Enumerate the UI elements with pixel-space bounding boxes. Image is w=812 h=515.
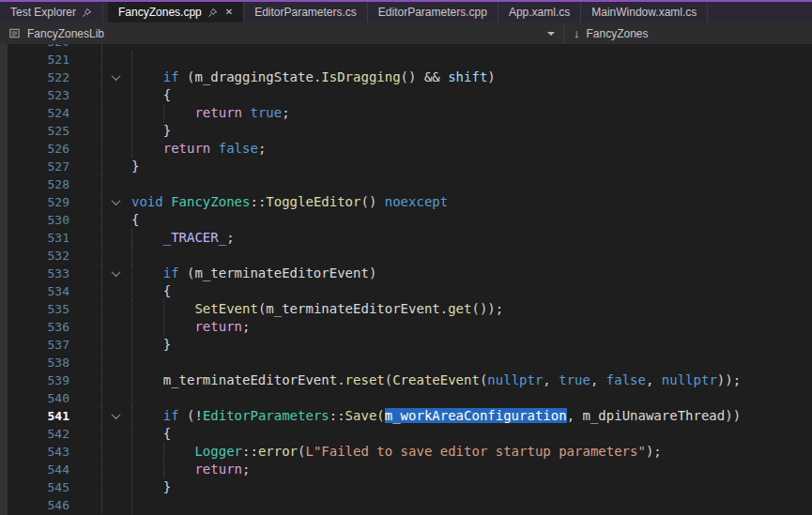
code-line[interactable]: 528 (0, 175, 812, 193)
tab-label: EditorParameters.cs (254, 6, 357, 19)
tab-label: MainWindow.xaml.cs (591, 6, 697, 19)
code-token: ( (385, 372, 392, 387)
code-token: ; (258, 141, 266, 156)
code-line[interactable]: 521 (0, 51, 812, 68)
indent-guide (131, 104, 132, 122)
code-content: if (m_draggingState.IsDragging() && shif… (131, 69, 496, 84)
code-line[interactable]: 532 (0, 247, 812, 265)
gutter-gap (69, 407, 101, 425)
fold-margin (101, 86, 129, 104)
code-line[interactable]: 537 } (0, 336, 812, 354)
code-token: get (448, 301, 471, 316)
line-number: 530 (8, 211, 69, 229)
code-token: false (219, 141, 258, 156)
code-line[interactable]: 538 (0, 354, 812, 371)
code-text (129, 44, 812, 51)
code-line[interactable]: 534 { (0, 282, 812, 300)
code-token: return (194, 319, 242, 334)
code-line[interactable]: 524 return true; (0, 104, 812, 122)
line-number: 538 (8, 354, 69, 371)
tab-fancyzones-cpp[interactable]: FancyZones.cpp✕ (108, 2, 244, 23)
indent-guide (131, 282, 132, 300)
collapse-chevron-icon[interactable] (111, 196, 120, 205)
code-token: error (258, 444, 298, 459)
code-line[interactable]: 542 { (0, 425, 812, 443)
code-text: if (!EditorParameters::Save(m_workAreaCo… (129, 407, 812, 425)
code-line[interactable]: 539 m_terminateEditorEvent.reset(CreateE… (0, 371, 812, 389)
code-line[interactable]: 527} (0, 158, 812, 175)
gutter-gap (69, 229, 101, 247)
code-line[interactable]: 546 (0, 496, 812, 514)
code-line[interactable]: 536 return; (0, 318, 812, 336)
indent-guide (131, 407, 132, 425)
collapse-chevron-icon[interactable] (111, 267, 120, 277)
code-line[interactable]: 540 (0, 389, 812, 407)
fold-margin (101, 158, 129, 175)
indent-space (131, 265, 163, 280)
gutter-gap (69, 425, 101, 443)
code-token: true (250, 105, 282, 120)
tab-test-explorer[interactable]: Test Explorer (0, 2, 103, 23)
code-line[interactable]: 535 SetEvent(m_terminateEditorEvent.get(… (0, 300, 812, 318)
close-icon[interactable]: ✕ (225, 8, 233, 17)
code-line[interactable]: 533 if (m_terminateEditorEvent) (0, 265, 812, 282)
gutter-gap (69, 104, 101, 122)
gutter-gap (69, 175, 101, 193)
tab-label: Test Explorer (10, 6, 76, 19)
code-token: reset (345, 372, 385, 387)
code-text: SetEvent(m_terminateEditorEvent.get()); (129, 300, 812, 318)
gutter-gap (69, 247, 101, 265)
code-line[interactable]: 530{ (0, 211, 812, 229)
code-token: void (131, 194, 163, 209)
collapse-chevron-icon[interactable] (111, 410, 120, 419)
fold-margin[interactable] (101, 193, 129, 211)
fold-margin[interactable] (101, 407, 129, 425)
indent-space (131, 408, 163, 423)
line-number: 533 (8, 265, 69, 282)
fold-margin (101, 496, 129, 514)
code-content: { (131, 283, 171, 298)
indent-space (131, 123, 163, 138)
line-number: 540 (8, 389, 69, 407)
code-line[interactable]: 526 return false; (0, 140, 812, 158)
collapse-chevron-icon[interactable] (111, 71, 120, 81)
code-line[interactable]: 523 { (0, 86, 812, 104)
fold-margin[interactable] (101, 265, 129, 282)
member-dropdown[interactable]: ↓ FancyZones (563, 23, 812, 44)
code-token: EditorParameters (203, 408, 329, 423)
project-dropdown[interactable]: FancyZonesLib (0, 23, 563, 44)
code-line[interactable]: 543 Logger::error(L"Failed to save edito… (0, 443, 812, 461)
code-text (129, 247, 812, 265)
code-token: } (131, 159, 139, 174)
gutter-gap (69, 300, 101, 318)
gutter-gap (69, 354, 101, 371)
tab-mainwindow-xaml-cs[interactable]: MainWindow.xaml.cs (581, 2, 708, 23)
code-line[interactable]: 544 return; (0, 461, 812, 478)
code-token: :: (329, 408, 345, 423)
code-token: ; (242, 462, 250, 477)
fold-margin[interactable] (101, 68, 129, 86)
tab-app-xaml-cs[interactable]: App.xaml.cs (498, 2, 581, 23)
code-line[interactable]: 531 _TRACER_; (0, 229, 812, 247)
indent-guide (131, 478, 132, 496)
code-token: nullptr (662, 372, 717, 387)
tab-editorparameters-cpp[interactable]: EditorParameters.cpp (368, 2, 498, 23)
tab-editorparameters-cs[interactable]: EditorParameters.cs (244, 2, 368, 23)
code-line[interactable]: 525 } (0, 122, 812, 140)
code-content: return; (131, 462, 250, 477)
code-token (163, 194, 171, 209)
fold-margin (101, 354, 129, 371)
pin-icon[interactable] (207, 8, 218, 18)
code-line[interactable]: 545 } (0, 478, 812, 496)
code-line[interactable]: 522 if (m_draggingState.IsDragging() && … (0, 68, 812, 86)
code-token: m_terminateEditorEvent (194, 265, 368, 280)
indent-space (131, 372, 163, 387)
code-line[interactable]: 520 (0, 44, 812, 51)
code-line[interactable]: 529void FancyZones::ToggleEditor() noexc… (0, 193, 812, 211)
code-editor: 520521522 if (m_draggingState.IsDragging… (0, 44, 812, 515)
navigation-bar: FancyZonesLib ↓ FancyZones (0, 23, 812, 44)
pin-icon[interactable] (82, 8, 92, 18)
code-token: false (606, 372, 646, 387)
code-token: ToggleEditor (266, 194, 360, 209)
code-line[interactable]: 541 if (!EditorParameters::Save(m_workAr… (0, 407, 812, 425)
